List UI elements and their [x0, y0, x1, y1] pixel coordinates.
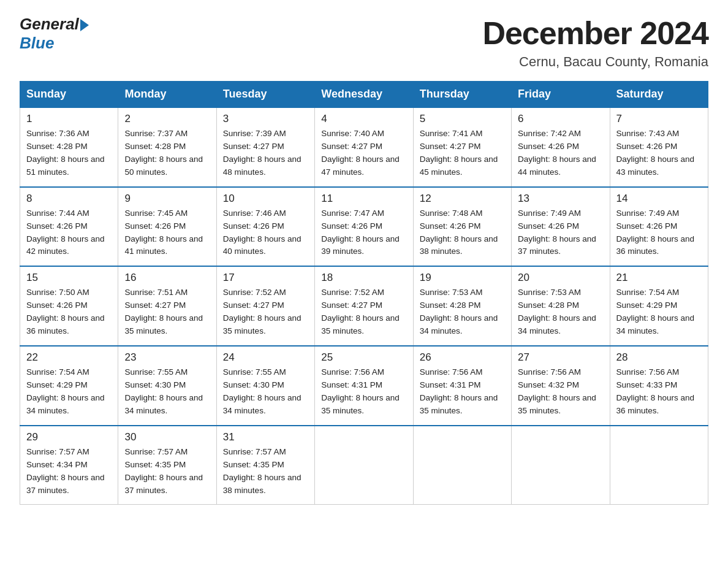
calendar-cell: 2Sunrise: 7:37 AMSunset: 4:28 PMDaylight… — [118, 107, 216, 187]
calendar-week-row: 1Sunrise: 7:36 AMSunset: 4:28 PMDaylight… — [20, 107, 708, 187]
day-info: Sunrise: 7:45 AMSunset: 4:26 PMDaylight:… — [124, 207, 210, 259]
weekday-header-monday: Monday — [118, 82, 216, 108]
day-number: 13 — [518, 193, 603, 205]
logo-general-text: General — [20, 15, 79, 34]
calendar-cell: 6Sunrise: 7:42 AMSunset: 4:26 PMDaylight… — [512, 107, 610, 187]
page-header: General Blue December 2024 Cernu, Bacau … — [20, 15, 708, 70]
day-info: Sunrise: 7:40 AMSunset: 4:27 PMDaylight:… — [321, 128, 406, 179]
calendar-cell: 15Sunrise: 7:50 AMSunset: 4:26 PMDayligh… — [20, 266, 118, 346]
calendar-cell — [413, 426, 511, 505]
calendar-cell: 21Sunrise: 7:54 AMSunset: 4:29 PMDayligh… — [610, 266, 708, 346]
calendar-cell: 24Sunrise: 7:55 AMSunset: 4:30 PMDayligh… — [216, 346, 314, 426]
day-info: Sunrise: 7:46 AMSunset: 4:26 PMDaylight:… — [223, 207, 308, 259]
day-number: 28 — [616, 351, 702, 364]
day-number: 27 — [518, 351, 603, 364]
calendar-cell: 30Sunrise: 7:57 AMSunset: 4:35 PMDayligh… — [118, 426, 216, 505]
day-info: Sunrise: 7:43 AMSunset: 4:26 PMDaylight:… — [616, 128, 702, 179]
calendar-header-row: SundayMondayTuesdayWednesdayThursdayFrid… — [20, 82, 708, 108]
day-info: Sunrise: 7:54 AMSunset: 4:29 PMDaylight:… — [616, 286, 702, 338]
calendar-cell: 10Sunrise: 7:46 AMSunset: 4:26 PMDayligh… — [216, 187, 314, 267]
calendar-cell: 14Sunrise: 7:49 AMSunset: 4:26 PMDayligh… — [610, 187, 708, 267]
day-number: 30 — [124, 431, 210, 443]
day-number: 7 — [616, 113, 702, 125]
day-info: Sunrise: 7:49 AMSunset: 4:26 PMDaylight:… — [616, 207, 702, 259]
day-number: 24 — [223, 351, 308, 364]
day-number: 15 — [26, 272, 112, 284]
day-number: 9 — [124, 193, 210, 205]
calendar-cell: 9Sunrise: 7:45 AMSunset: 4:26 PMDaylight… — [118, 187, 216, 267]
calendar-cell: 5Sunrise: 7:41 AMSunset: 4:27 PMDaylight… — [413, 107, 511, 187]
weekday-header-thursday: Thursday — [413, 82, 511, 108]
month-title: December 2024 — [482, 15, 708, 52]
calendar-cell: 22Sunrise: 7:54 AMSunset: 4:29 PMDayligh… — [20, 346, 118, 426]
day-number: 12 — [420, 193, 505, 205]
calendar-cell: 4Sunrise: 7:40 AMSunset: 4:27 PMDaylight… — [315, 107, 413, 187]
day-number: 25 — [321, 351, 406, 364]
day-number: 4 — [321, 113, 406, 125]
day-info: Sunrise: 7:50 AMSunset: 4:26 PMDaylight:… — [26, 286, 112, 338]
day-info: Sunrise: 7:56 AMSunset: 4:32 PMDaylight:… — [518, 366, 603, 418]
day-info: Sunrise: 7:44 AMSunset: 4:26 PMDaylight:… — [26, 207, 112, 259]
calendar-cell: 13Sunrise: 7:49 AMSunset: 4:26 PMDayligh… — [512, 187, 610, 267]
day-number: 6 — [518, 113, 603, 125]
calendar-cell: 11Sunrise: 7:47 AMSunset: 4:26 PMDayligh… — [315, 187, 413, 267]
calendar-week-row: 22Sunrise: 7:54 AMSunset: 4:29 PMDayligh… — [20, 346, 708, 426]
day-info: Sunrise: 7:52 AMSunset: 4:27 PMDaylight:… — [321, 286, 406, 338]
calendar-cell — [512, 426, 610, 505]
calendar-cell: 25Sunrise: 7:56 AMSunset: 4:31 PMDayligh… — [315, 346, 413, 426]
calendar-cell: 20Sunrise: 7:53 AMSunset: 4:28 PMDayligh… — [512, 266, 610, 346]
day-number: 11 — [321, 193, 406, 205]
day-info: Sunrise: 7:39 AMSunset: 4:27 PMDaylight:… — [223, 128, 308, 179]
calendar-cell: 16Sunrise: 7:51 AMSunset: 4:27 PMDayligh… — [118, 266, 216, 346]
day-number: 26 — [420, 351, 505, 364]
day-number: 3 — [223, 113, 308, 125]
weekday-header-saturday: Saturday — [610, 82, 708, 108]
day-info: Sunrise: 7:37 AMSunset: 4:28 PMDaylight:… — [124, 128, 210, 179]
calendar-cell: 26Sunrise: 7:56 AMSunset: 4:31 PMDayligh… — [413, 346, 511, 426]
day-number: 18 — [321, 272, 406, 284]
day-info: Sunrise: 7:57 AMSunset: 4:35 PMDaylight:… — [124, 446, 210, 497]
day-info: Sunrise: 7:56 AMSunset: 4:31 PMDaylight:… — [321, 366, 406, 418]
calendar-cell: 3Sunrise: 7:39 AMSunset: 4:27 PMDaylight… — [216, 107, 314, 187]
day-number: 23 — [124, 351, 210, 364]
day-info: Sunrise: 7:55 AMSunset: 4:30 PMDaylight:… — [124, 366, 210, 418]
day-number: 22 — [26, 351, 112, 364]
day-number: 29 — [26, 431, 112, 443]
day-info: Sunrise: 7:36 AMSunset: 4:28 PMDaylight:… — [26, 128, 112, 179]
day-number: 19 — [420, 272, 505, 284]
calendar-cell: 23Sunrise: 7:55 AMSunset: 4:30 PMDayligh… — [118, 346, 216, 426]
logo-arrow-icon — [80, 19, 89, 31]
logo-blue-text: Blue — [20, 34, 54, 53]
calendar-cell: 18Sunrise: 7:52 AMSunset: 4:27 PMDayligh… — [315, 266, 413, 346]
calendar-cell: 1Sunrise: 7:36 AMSunset: 4:28 PMDaylight… — [20, 107, 118, 187]
day-info: Sunrise: 7:48 AMSunset: 4:26 PMDaylight:… — [420, 207, 505, 259]
calendar-cell: 7Sunrise: 7:43 AMSunset: 4:26 PMDaylight… — [610, 107, 708, 187]
day-info: Sunrise: 7:47 AMSunset: 4:26 PMDaylight:… — [321, 207, 406, 259]
calendar-cell: 31Sunrise: 7:57 AMSunset: 4:35 PMDayligh… — [216, 426, 314, 505]
calendar-table: SundayMondayTuesdayWednesdayThursdayFrid… — [20, 81, 708, 505]
day-info: Sunrise: 7:52 AMSunset: 4:27 PMDaylight:… — [223, 286, 308, 338]
day-number: 8 — [26, 193, 112, 205]
day-number: 17 — [223, 272, 308, 284]
day-number: 20 — [518, 272, 603, 284]
day-info: Sunrise: 7:53 AMSunset: 4:28 PMDaylight:… — [518, 286, 603, 338]
calendar-cell: 17Sunrise: 7:52 AMSunset: 4:27 PMDayligh… — [216, 266, 314, 346]
day-number: 21 — [616, 272, 702, 284]
day-number: 16 — [124, 272, 210, 284]
calendar-week-row: 15Sunrise: 7:50 AMSunset: 4:26 PMDayligh… — [20, 266, 708, 346]
calendar-cell: 8Sunrise: 7:44 AMSunset: 4:26 PMDaylight… — [20, 187, 118, 267]
day-info: Sunrise: 7:49 AMSunset: 4:26 PMDaylight:… — [518, 207, 603, 259]
title-area: December 2024 Cernu, Bacau County, Roman… — [482, 15, 708, 70]
day-info: Sunrise: 7:55 AMSunset: 4:30 PMDaylight:… — [223, 366, 308, 418]
day-info: Sunrise: 7:53 AMSunset: 4:28 PMDaylight:… — [420, 286, 505, 338]
calendar-cell: 28Sunrise: 7:56 AMSunset: 4:33 PMDayligh… — [610, 346, 708, 426]
day-number: 31 — [223, 431, 308, 443]
day-number: 5 — [420, 113, 505, 125]
day-info: Sunrise: 7:51 AMSunset: 4:27 PMDaylight:… — [124, 286, 210, 338]
weekday-header-sunday: Sunday — [20, 82, 118, 108]
day-info: Sunrise: 7:57 AMSunset: 4:34 PMDaylight:… — [26, 446, 112, 497]
day-info: Sunrise: 7:42 AMSunset: 4:26 PMDaylight:… — [518, 128, 603, 179]
logo: General Blue — [20, 15, 89, 53]
day-info: Sunrise: 7:56 AMSunset: 4:33 PMDaylight:… — [616, 366, 702, 418]
calendar-cell: 12Sunrise: 7:48 AMSunset: 4:26 PMDayligh… — [413, 187, 511, 267]
